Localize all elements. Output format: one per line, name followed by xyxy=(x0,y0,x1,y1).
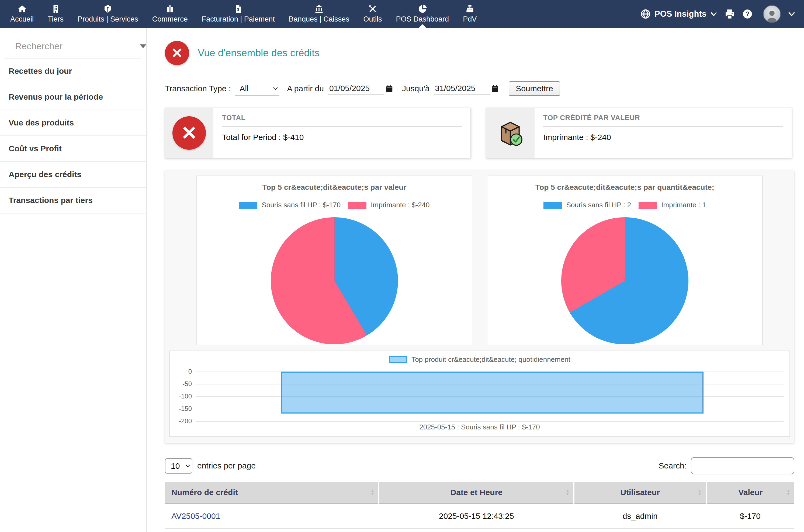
date-to-input[interactable] xyxy=(434,82,490,95)
navbar-right: POS Insights ? xyxy=(640,0,796,28)
product-cube-icon xyxy=(103,4,112,14)
sidebar: Recettes du jour Revenus pour la période… xyxy=(0,28,147,532)
column-header-credit-number[interactable]: Numéro de crédit▲▼ xyxy=(165,482,379,504)
nav-label: Outils xyxy=(363,15,382,23)
svg-text:$: $ xyxy=(237,7,239,12)
top-credited-card-title: TOP CRÉDITÉ PAR VALEUR xyxy=(543,114,783,127)
bar-legend-swatch xyxy=(389,356,407,363)
sidebar-search xyxy=(5,38,141,58)
bank-icon xyxy=(314,4,324,14)
date-from-input[interactable] xyxy=(328,82,384,95)
page-title: Vue d'ensemble des crédits xyxy=(198,48,319,59)
bar-rect[interactable] xyxy=(281,372,704,414)
pie-chart-by-quantity[interactable] xyxy=(561,217,689,344)
legend-item[interactable]: Souris sans fil HP : 2 xyxy=(544,201,631,209)
submit-button[interactable]: Soumettre xyxy=(509,81,560,96)
nav-item-commerce[interactable]: Commerce xyxy=(145,0,195,28)
date-to-calendar-icon[interactable] xyxy=(491,84,499,93)
nav-item-accueil[interactable]: Accueil xyxy=(3,0,41,28)
nav-item-pos-dashboard[interactable]: POS Dashboard xyxy=(389,0,456,28)
column-header-valeur[interactable]: Valeur▲▼ xyxy=(706,482,794,504)
entries-per-page-select[interactable]: 10 xyxy=(165,458,193,474)
cell-user: ds_admin xyxy=(574,529,706,532)
legend-item[interactable]: Imprimante : 1 xyxy=(639,201,706,209)
date-from-calendar-icon[interactable] xyxy=(385,84,394,93)
app-switcher[interactable]: POS Insights xyxy=(640,9,717,19)
building-icon xyxy=(51,4,60,14)
credits-table: Numéro de crédit▲▼ Date et Heure▲▼ Utili… xyxy=(165,482,794,532)
cell-datetime: 2025-05-15 13:02:23 xyxy=(379,529,574,532)
cash-register-icon xyxy=(465,4,474,14)
table-search-input[interactable] xyxy=(691,457,794,474)
sidebar-item-apercu-des-credits[interactable]: Aperçu des crédits xyxy=(0,162,146,188)
nav-label: Commerce xyxy=(152,15,188,23)
nav-item-pdv[interactable]: PdV xyxy=(456,0,483,28)
search-dropdown-caret-icon[interactable] xyxy=(140,44,146,48)
search-input[interactable] xyxy=(15,41,134,52)
column-header-utilisateur[interactable]: Utilisateur▲▼ xyxy=(574,482,706,504)
main-content: ✕ Vue d'ensemble des crédits Transaction… xyxy=(147,28,804,532)
globe-icon xyxy=(640,9,651,19)
sidebar-item-recettes-du-jour[interactable]: Recettes du jour xyxy=(0,58,146,84)
suitcase-icon xyxy=(165,4,175,14)
nav-item-facturation-paiement[interactable]: $ Facturation | Paiement xyxy=(195,0,282,28)
pie-chart-icon xyxy=(418,4,427,14)
nav-item-outils[interactable]: Outils xyxy=(356,0,389,28)
pie-value-title: Top 5 cr&eacute;dit&eacute;s par valeur xyxy=(262,183,406,192)
date-to-label: Jusqu'à xyxy=(402,84,430,93)
column-header-date-heure[interactable]: Date et Heure▲▼ xyxy=(379,482,574,504)
user-menu-chevron-icon[interactable] xyxy=(788,10,796,18)
filter-bar: Transaction Type : All A partir du Jusqu… xyxy=(165,81,794,96)
nav-item-tiers[interactable]: Tiers xyxy=(41,0,71,28)
table-row: AV2505-0001 2025-05-15 12:43:25 ds_admin… xyxy=(165,504,794,529)
transaction-type-select[interactable]: All xyxy=(235,82,279,96)
bar-legend-item[interactable]: Top produit cr&eacute;dit&eacute; quotid… xyxy=(389,355,570,364)
legend-item[interactable]: Imprimante : $-240 xyxy=(348,201,430,209)
daily-credit-bar-chart-card: Top produit cr&eacute;dit&eacute; quotid… xyxy=(169,350,790,437)
cell-user: ds_admin xyxy=(574,504,706,529)
sidebar-item-revenus-periode[interactable]: Revenus pour la période xyxy=(0,84,146,110)
table-search-label: Search: xyxy=(659,461,687,470)
active-menu-indicator xyxy=(419,24,426,28)
sidebar-item-transactions-par-tiers[interactable]: Transactions par tiers xyxy=(0,188,146,213)
legend-swatch-pink xyxy=(348,202,366,209)
sort-icon[interactable]: ▲▼ xyxy=(786,489,790,496)
sidebar-item-cout-vs-profit[interactable]: Coût vs Profit xyxy=(0,136,146,162)
sort-icon[interactable]: ▲▼ xyxy=(698,489,702,496)
pie-chart-by-value-card: Top 5 cr&eacute;dit&eacute;s par valeur … xyxy=(197,175,472,345)
print-button[interactable] xyxy=(724,8,735,19)
nav-item-banques-caisses[interactable]: Banques | Caisses xyxy=(282,0,357,28)
bar-chart-plot-area: 0 -50 -100 -150 -200 xyxy=(196,372,784,421)
nav-label: Banques | Caisses xyxy=(289,15,349,23)
transaction-type-label: Transaction Type : xyxy=(165,84,231,93)
nav-label: Facturation | Paiement xyxy=(202,15,275,23)
cell-value: $-170 xyxy=(706,504,794,529)
total-card-icon: ✕ xyxy=(172,116,206,150)
legend-item[interactable]: Souris sans fil HP : $-170 xyxy=(239,201,341,209)
tools-icon xyxy=(368,4,377,14)
pie-chart-by-value[interactable] xyxy=(271,217,398,344)
cell-datetime: 2025-05-15 12:43:25 xyxy=(379,504,574,529)
date-from-label: A partir du xyxy=(287,84,324,93)
legend-swatch-blue xyxy=(544,202,562,209)
sidebar-item-vue-des-produits[interactable]: Vue des produits xyxy=(0,110,146,136)
charts-panel: Top 5 cr&eacute;dit&eacute;s par valeur … xyxy=(165,170,794,443)
total-card: ✕ TOTAL Total for Period : $-410 xyxy=(165,108,471,158)
help-button[interactable]: ? xyxy=(742,8,753,19)
invoice-icon: $ xyxy=(234,4,243,14)
bar-x-axis-label: 2025-05-15 : Souris sans fil HP : $-170 xyxy=(170,423,789,431)
printer-icon xyxy=(724,8,735,19)
pie-chart-by-quantity-card: Top 5 cr&eacute;dit&eacute;s par quantit… xyxy=(487,175,763,345)
chevron-down-icon xyxy=(710,11,717,18)
credits-overview-icon: ✕ xyxy=(165,41,189,65)
user-avatar[interactable] xyxy=(763,5,781,23)
sort-icon[interactable]: ▲▼ xyxy=(566,489,570,496)
nav-item-produits-services[interactable]: Produits | Services xyxy=(71,0,145,28)
sort-icon[interactable]: ▲▼ xyxy=(370,489,374,496)
credit-link[interactable]: AV2505-0001 xyxy=(171,512,220,520)
total-card-value: Total for Period : $-410 xyxy=(222,133,462,142)
sidebar-menu: Recettes du jour Revenus pour la période… xyxy=(0,58,146,213)
nav-label: Produits | Services xyxy=(78,15,138,23)
user-silhouette-icon xyxy=(765,8,779,22)
total-card-title: TOTAL xyxy=(222,114,462,127)
